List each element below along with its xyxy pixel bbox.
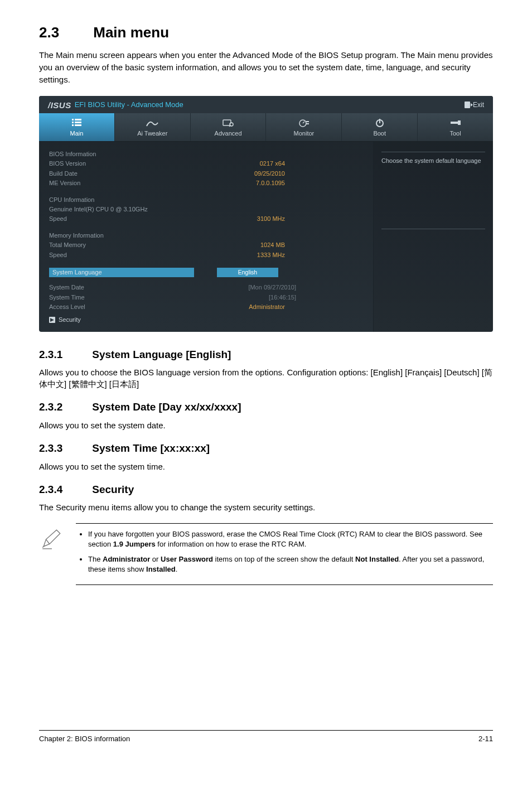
me-version-label: ME Version — [49, 179, 80, 187]
system-time-value: [16:46:15] — [269, 293, 363, 302]
bios-version-label: BIOS Version — [49, 160, 86, 168]
bios-body: BIOS Information BIOS Version0217 x64 Bu… — [39, 142, 493, 332]
chevron-right-icon: ▶ — [49, 317, 55, 323]
system-date-row[interactable]: System Date[Mon 09/27/2010] — [49, 283, 363, 292]
section-title-text: Main menu — [93, 24, 169, 41]
cpu-speed-value: 3100 MHz — [257, 215, 363, 223]
footer-chapter: Chapter 2: BIOS information — [39, 734, 130, 744]
cpu-info-block: CPU Information Genuine Intel(R) CPU 0 @… — [49, 195, 363, 224]
advanced-icon — [191, 118, 266, 128]
cpu-speed-label: Speed — [49, 215, 67, 223]
cpu-model: Genuine Intel(R) CPU 0 @ 3.10GHz — [49, 205, 148, 214]
bios-version-value: 0217 x64 — [260, 160, 363, 168]
tweaker-icon — [115, 118, 190, 128]
asus-logo: /ISUS — [48, 99, 71, 111]
system-date-label: System Date — [49, 283, 84, 292]
tab-tool[interactable]: Tool — [418, 113, 493, 141]
svg-rect-9 — [458, 120, 461, 125]
bios-tabs: Main Ai Tweaker Advanced Monitor Boot — [39, 113, 493, 142]
exit-label: Exit — [473, 100, 484, 110]
tab-boot[interactable]: Boot — [342, 113, 418, 141]
build-date-value: 09/25/2010 — [254, 170, 363, 178]
system-date-value: [Mon 09/27/2010] — [248, 283, 363, 292]
tab-advanced[interactable]: Advanced — [191, 113, 267, 141]
bios-main-pane: BIOS Information BIOS Version0217 x64 Bu… — [39, 142, 373, 332]
sub-233-title: System Time [xx:xx:xx] — [92, 442, 210, 454]
pencil-note-icon — [39, 523, 65, 585]
memory-info-block: Memory Information Total Memory1024 MB S… — [49, 231, 363, 260]
footer-page: 2-11 — [478, 734, 493, 744]
list-icon — [39, 118, 114, 128]
exit-icon — [465, 102, 470, 108]
build-date-label: Build Date — [49, 170, 78, 178]
mem-speed-value: 1333 MHz — [257, 251, 363, 259]
mem-info-h: Memory Information — [49, 231, 104, 240]
tab-advanced-label: Advanced — [191, 129, 266, 138]
note-item-2: The Administrator or User Password items… — [88, 554, 491, 574]
system-time-row[interactable]: System Time[16:46:15] — [49, 293, 363, 302]
tab-ai-tweaker[interactable]: Ai Tweaker — [115, 113, 191, 141]
sub-231-num: 2.3.1 — [39, 347, 89, 363]
bios-info-h: BIOS Information — [49, 150, 96, 158]
bios-info-block: BIOS Information BIOS Version0217 x64 Bu… — [49, 149, 363, 189]
security-row[interactable]: ▶ Security — [49, 316, 363, 324]
sub-231-title: System Language [English] — [92, 349, 231, 360]
access-level-label: Access Level — [49, 303, 85, 311]
svg-rect-4 — [306, 121, 309, 122]
bios-help-pane: Choose the system default language — [373, 142, 493, 332]
note-item-1: If you have forgotten your BIOS password… — [88, 529, 491, 549]
help-text: Choose the system default language — [381, 157, 485, 165]
sub-234-body: The Security menu items allow you to cha… — [39, 501, 493, 513]
system-language-value: English — [217, 268, 278, 277]
monitor-icon — [266, 118, 341, 128]
tool-icon — [418, 118, 493, 128]
mem-total-label: Total Memory — [49, 241, 86, 249]
tab-monitor-label: Monitor — [266, 129, 341, 138]
access-level-row: Access LevelAdministrator — [49, 302, 363, 312]
tab-main[interactable]: Main — [39, 113, 115, 141]
cpu-info-h: CPU Information — [49, 196, 94, 204]
svg-rect-5 — [306, 123, 309, 124]
access-level-value: Administrator — [249, 303, 363, 311]
bios-screenshot: /ISUS EFI BIOS Utility - Advanced Mode E… — [39, 96, 493, 332]
page-footer: Chapter 2: BIOS information 2-11 — [39, 730, 493, 744]
power-icon — [342, 118, 417, 128]
sub-231-body: Allows you to choose the BIOS language v… — [39, 366, 493, 390]
sub-232-body: Allows you to set the system date. — [39, 419, 493, 431]
svg-rect-2 — [231, 123, 233, 125]
system-language-row[interactable]: System Language English — [49, 267, 363, 278]
bios-brand: /ISUS EFI BIOS Utility - Advanced Mode — [48, 99, 183, 111]
tab-boot-label: Boot — [342, 129, 417, 138]
note-block: If you have forgotten your BIOS password… — [39, 523, 493, 585]
sub-232-title: System Date [Day xx/xx/xxxx] — [92, 401, 241, 413]
intro-paragraph: The Main menu screen appears when you en… — [39, 49, 493, 85]
bios-titlebar: /ISUS EFI BIOS Utility - Advanced Mode E… — [39, 96, 493, 113]
sub-234: 2.3.4 Security — [39, 482, 493, 497]
section-number: 2.3 — [39, 22, 89, 42]
system-time-label: System Time — [49, 293, 85, 302]
svg-rect-8 — [451, 122, 458, 124]
sub-232-num: 2.3.2 — [39, 400, 89, 415]
sub-233-num: 2.3.3 — [39, 441, 89, 456]
sub-234-num: 2.3.4 — [39, 482, 89, 497]
tab-monitor[interactable]: Monitor — [266, 113, 342, 141]
sub-234-title: Security — [92, 484, 134, 495]
section-heading: 2.3 Main menu — [39, 22, 493, 42]
security-label: Security — [59, 316, 81, 324]
tab-main-label: Main — [39, 129, 114, 138]
sub-233: 2.3.3 System Time [xx:xx:xx] — [39, 441, 493, 456]
note-body: If you have forgotten your BIOS password… — [76, 523, 493, 585]
me-version-value: 7.0.0.1095 — [256, 179, 363, 187]
sub-231: 2.3.1 System Language [English] — [39, 347, 493, 363]
tab-tool-label: Tool — [418, 129, 493, 138]
system-language-label: System Language — [49, 268, 194, 277]
exit-button[interactable]: Exit — [465, 100, 484, 110]
sub-233-body: Allows you to set the system time. — [39, 461, 493, 472]
bios-utility-title: EFI BIOS Utility - Advanced Mode — [75, 100, 183, 110]
mem-total-value: 1024 MB — [260, 241, 363, 249]
mem-speed-label: Speed — [49, 251, 67, 259]
sub-232: 2.3.2 System Date [Day xx/xx/xxxx] — [39, 400, 493, 415]
tab-ai-label: Ai Tweaker — [115, 129, 190, 138]
